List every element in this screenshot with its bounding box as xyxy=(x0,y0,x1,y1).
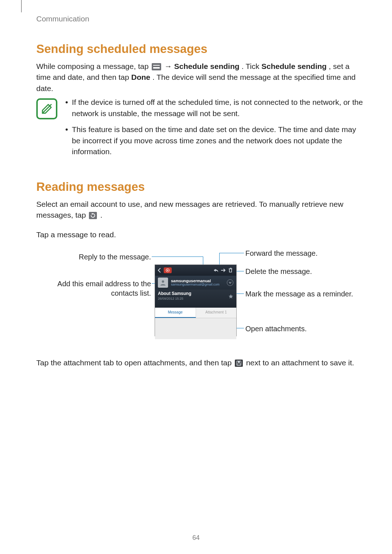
subject-title: About Samsung xyxy=(158,291,233,296)
para-reading-2: Tap a message to read. xyxy=(36,229,363,240)
bullet-icon: • xyxy=(65,97,72,119)
message-screenshot-figure: Reply to the message. Add this email add… xyxy=(49,249,336,341)
svg-rect-5 xyxy=(237,364,240,365)
para-schedule-sending: While composing a message, tap → Schedul… xyxy=(36,61,363,94)
text-bold: Schedule sending xyxy=(261,62,327,70)
phone-screenshot: samsungusermanual samsungusermanual@gmai… xyxy=(155,264,237,336)
message-body-area xyxy=(155,318,236,339)
text: . Tick xyxy=(241,62,261,70)
tab-attachment[interactable]: Attachment 1 xyxy=(196,308,237,318)
text: Select an email account to use, and new … xyxy=(36,200,343,219)
text-bold: Done xyxy=(131,73,151,81)
tab-message[interactable]: Message xyxy=(155,308,196,318)
avatar-icon xyxy=(158,278,168,288)
reply-icon[interactable] xyxy=(212,268,220,273)
expand-icon[interactable] xyxy=(227,279,233,286)
sender-row[interactable]: samsungusermanual samsungusermanual@gmai… xyxy=(155,276,236,290)
text: Add this email address to the xyxy=(57,280,151,288)
note-item: • If the device is turned off at the sch… xyxy=(65,97,363,119)
subject-date: 26/09/2012 15:25 xyxy=(158,297,233,300)
bullet-icon: • xyxy=(65,124,72,157)
callout-open-attachments: Open attachments. xyxy=(245,324,340,333)
heading-reading-messages: Reading messages xyxy=(36,180,363,194)
callout-add-contact: Add this email address to the contacts l… xyxy=(49,279,151,298)
subject-row: About Samsung 26/09/2012 15:25 xyxy=(155,290,236,308)
save-icon xyxy=(235,360,243,367)
note-list: • If the device is turned off at the sch… xyxy=(65,97,363,162)
para-reading-1: Select an email account to use, and new … xyxy=(36,199,363,221)
text: next to an attachment to save it. xyxy=(246,358,354,367)
mail-app-icon xyxy=(164,267,172,273)
note-text: If the device is turned off at the sched… xyxy=(72,97,363,119)
text: Tap the attachment tab to open attachmen… xyxy=(36,358,234,367)
sender-email: samsungusermanual@gmail.com xyxy=(171,283,227,287)
note-item: • This feature is based on the time and … xyxy=(65,124,363,157)
delete-icon[interactable] xyxy=(227,268,234,273)
note-text: This feature is based on the time and da… xyxy=(72,124,363,157)
back-icon[interactable] xyxy=(157,268,162,273)
text: . xyxy=(100,211,102,219)
leader-line xyxy=(152,257,203,257)
phone-titlebar xyxy=(155,265,236,276)
callout-reply: Reply to the message. xyxy=(49,252,151,262)
star-icon[interactable] xyxy=(228,294,233,300)
callout-mark-reminder: Mark the message as a reminder. xyxy=(245,289,354,299)
leader-line xyxy=(219,253,244,253)
menu-icon xyxy=(152,63,161,70)
svg-point-1 xyxy=(167,270,168,271)
para-save-attachment: Tap the attachment tab to open attachmen… xyxy=(36,357,363,368)
text: → xyxy=(164,62,174,70)
top-page-rule xyxy=(21,0,22,12)
note-icon xyxy=(36,98,57,119)
page-number: 64 xyxy=(0,534,392,542)
svg-point-2 xyxy=(162,280,164,283)
refresh-icon xyxy=(89,212,97,219)
callout-delete: Delete the message. xyxy=(245,267,340,276)
text: While composing a message, tap xyxy=(36,62,151,70)
text: contacts list. xyxy=(111,289,151,297)
breadcrumb: Communication xyxy=(36,15,363,23)
heading-sending-scheduled-messages: Sending scheduled messages xyxy=(36,42,363,56)
forward-icon[interactable] xyxy=(220,268,227,273)
message-tabs: Message Attachment 1 xyxy=(155,308,236,318)
text-bold: Schedule sending xyxy=(174,62,240,70)
callout-forward: Forward the message. xyxy=(245,249,340,258)
svg-rect-4 xyxy=(238,361,240,363)
